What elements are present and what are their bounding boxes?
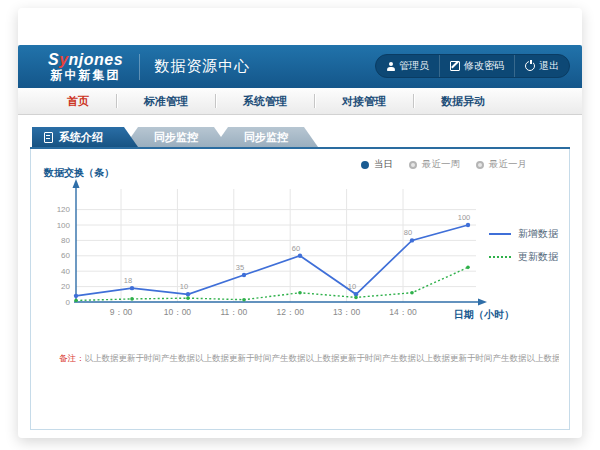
data-point [130, 286, 134, 290]
nav-item-standard-mgmt[interactable]: 标准管理 [117, 88, 215, 114]
admin-user-label: 管理员 [399, 59, 429, 73]
data-point [410, 238, 414, 242]
edit-icon [450, 61, 460, 71]
tab-label: 系统介绍 [59, 127, 103, 147]
data-point [466, 266, 470, 270]
x-tick-label: 12：00 [276, 307, 304, 317]
y-tick-label: 0 [66, 298, 71, 307]
data-point [466, 223, 470, 227]
user-toolbar: 管理员 修改密码 退出 [375, 54, 570, 78]
y-tick-label: 80 [61, 236, 70, 245]
data-point [186, 292, 190, 296]
y-tick-label: 40 [61, 267, 70, 276]
point-value-label: 35 [236, 263, 244, 272]
data-point [242, 298, 246, 302]
x-tick-label: 13：00 [333, 307, 361, 317]
data-exchange-line-chart: 0204060801001209：0010：0011：0012：0013：001… [31, 149, 571, 430]
footnote-text: 以上数据更新于时间产生数据以上数据更新于时间产生数据以上数据更新于时间产生数据以… [85, 353, 560, 363]
legend-item-新增数据[interactable]: 新增数据 [489, 227, 558, 241]
admin-user-button[interactable]: 管理员 [376, 55, 439, 77]
logo-cn-name: 新中新集团 [48, 69, 123, 82]
data-point [298, 291, 302, 295]
tab-bar: 系统介绍同步监控同步监控 [32, 127, 318, 147]
legend-label: 新增数据 [518, 227, 558, 241]
logout-label: 退出 [539, 59, 559, 73]
tab-sync-monitor-2[interactable]: 同步监控 [214, 127, 318, 147]
chart-legend: 新增数据更新数据 [489, 227, 558, 264]
y-tick-label: 100 [57, 221, 71, 230]
header-divider [139, 54, 140, 80]
point-value-label: 10 [348, 282, 356, 291]
footnote-prefix: 备注： [59, 353, 85, 363]
x-axis-title: 日期（小时） [454, 309, 514, 320]
logout-button[interactable]: 退出 [514, 55, 569, 77]
x-axis-arrow [478, 299, 487, 306]
data-point [130, 297, 134, 301]
data-point [298, 254, 302, 258]
y-tick-label: 120 [57, 205, 71, 214]
tab-label: 同步监控 [244, 131, 288, 143]
company-logo: Synjones 新中新集团 [48, 52, 123, 81]
point-value-label: 10 [180, 282, 188, 291]
nav-item-interface-mgmt[interactable]: 对接管理 [315, 88, 413, 114]
footnote: 备注：以上数据更新于时间产生数据以上数据更新于时间产生数据以上数据更新于时间产生… [59, 353, 559, 365]
legend-label: 更新数据 [518, 250, 558, 264]
point-value-label: 100 [458, 213, 471, 222]
y-axis-arrow [73, 179, 80, 188]
point-value-label: 18 [124, 276, 132, 285]
nav-item-home[interactable]: 首页 [40, 88, 116, 114]
data-point [186, 296, 190, 300]
legend-swatch [489, 233, 511, 235]
legend-item-更新数据[interactable]: 更新数据 [489, 250, 558, 264]
data-point [74, 294, 78, 298]
nav-item-data-change[interactable]: 数据异动 [414, 88, 512, 114]
y-axis-title: 数据交换（条） [43, 167, 114, 178]
logo-wordmark: Synjones [48, 52, 123, 69]
person-icon [386, 62, 395, 71]
main-nav: 首页标准管理系统管理对接管理数据异动 [18, 88, 582, 115]
tab-sync-monitor-1[interactable]: 同步监控 [124, 127, 228, 147]
app-window: Synjones 新中新集团 数据资源中心 管理员 修改密码 退出 首页标准管理… [18, 8, 582, 438]
change-password-label: 修改密码 [464, 59, 504, 73]
tab-label: 同步监控 [154, 131, 198, 143]
point-value-label: 80 [404, 228, 412, 237]
page-title: 数据资源中心 [154, 57, 250, 76]
y-tick-label: 60 [61, 251, 70, 260]
point-value-label: 60 [292, 244, 300, 253]
y-tick-label: 20 [61, 282, 70, 291]
content-panel: 当日最近一周最近一月 0204060801001209：0010：0011：00… [30, 149, 570, 430]
x-tick-label: 11：00 [220, 307, 247, 317]
data-point [354, 296, 358, 300]
x-tick-label: 14：00 [389, 307, 417, 317]
app-header: Synjones 新中新集团 数据资源中心 管理员 修改密码 退出 [18, 45, 582, 88]
legend-swatch [489, 256, 511, 258]
data-point [74, 299, 78, 303]
x-tick-label: 10：00 [164, 307, 192, 317]
power-icon [525, 61, 535, 71]
tab-system-intro[interactable]: 系统介绍 [32, 127, 138, 147]
nav-item-system-mgmt[interactable]: 系统管理 [216, 88, 314, 114]
change-password-button[interactable]: 修改密码 [439, 55, 514, 77]
series-line-更新数据 [76, 267, 468, 300]
data-point [410, 291, 414, 295]
data-point [242, 273, 246, 277]
document-icon [44, 132, 53, 143]
x-tick-label: 9：00 [110, 307, 133, 317]
